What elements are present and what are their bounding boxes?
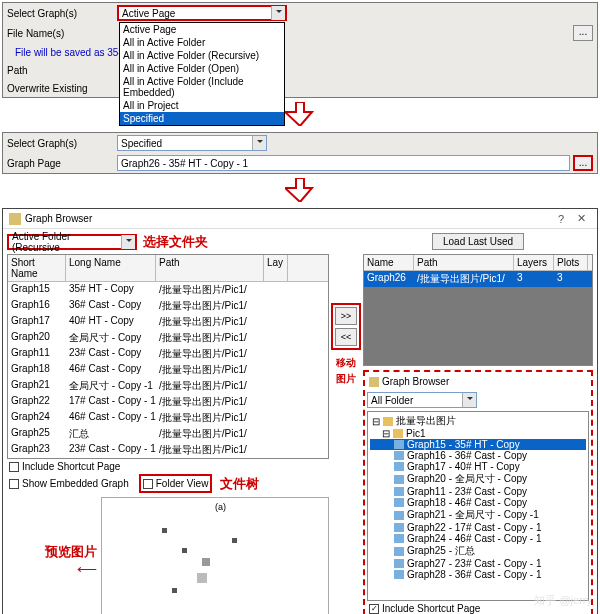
graph-icon: [394, 570, 404, 579]
flow-arrow-icon: [0, 176, 600, 206]
export-settings-panel: Select Graph(s) Active Page Active Page …: [2, 2, 598, 98]
annotation-preview: 预览图片: [7, 543, 97, 561]
chevron-down-icon[interactable]: [271, 6, 285, 20]
tree-item[interactable]: Graph27 - 23# Cast - Copy - 1: [370, 558, 586, 569]
annotation-select-folder: 选择文件夹: [143, 233, 208, 251]
table-row[interactable]: Graph1846# Cast - Copy/批量导出图片/Pic1/: [8, 362, 328, 378]
folder-view-checkbox[interactable]: [143, 479, 153, 489]
tree-item[interactable]: Graph25 - 汇总: [370, 544, 586, 558]
file-names-label: File Name(s): [7, 28, 117, 39]
graph-icon: [394, 511, 404, 520]
table-row[interactable]: Graph2217# Cast - Copy - 1/批量导出图片/Pic1/: [8, 394, 328, 410]
graph-icon: [394, 451, 404, 460]
select-graphs-label: Select Graph(s): [7, 138, 117, 149]
table-row[interactable]: Graph1636# Cast - Copy/批量导出图片/Pic1/: [8, 298, 328, 314]
show-embedded-checkbox[interactable]: [9, 479, 19, 489]
select-graphs-combo[interactable]: Specified: [117, 135, 267, 151]
selected-graphs-table[interactable]: Name Path Layers Plots Graph26/批量导出图片/Pi…: [363, 254, 593, 366]
move-left-button[interactable]: <<: [335, 328, 357, 346]
graph-browser-window: Graph Browser ? ✕ Active Folder (Recursi…: [2, 208, 598, 614]
window-title: Graph Browser: [25, 213, 92, 224]
folder-icon: [393, 429, 403, 438]
folder-view-panel: Graph Browser All Folder ⊟批量导出图片 ⊟Pic1 G…: [363, 370, 593, 614]
graph-icon: [394, 534, 404, 543]
dropdown-option-selected[interactable]: Specified: [120, 112, 284, 125]
help-button[interactable]: ?: [551, 213, 571, 225]
graph-icon: [394, 523, 404, 532]
titlebar: Graph Browser ? ✕: [3, 209, 597, 229]
dropdown-option[interactable]: All in Active Folder (Open): [120, 62, 284, 75]
all-folder-combo[interactable]: All Folder: [367, 392, 477, 408]
tree-item[interactable]: Graph20 - 全局尺寸 - Copy: [370, 472, 586, 486]
tree-item[interactable]: Graph17 - 40# HT - Copy: [370, 461, 586, 472]
table-row[interactable]: Graph2446# Cast - Copy - 1/批量导出图片/Pic1/: [8, 410, 328, 426]
graph-icon: [394, 487, 404, 496]
graph-preview: (a): [101, 497, 329, 614]
overwrite-label: Overwrite Existing: [7, 83, 117, 94]
graph-icon: [394, 498, 404, 507]
dropdown-option[interactable]: All in Active Folder (Recursive): [120, 49, 284, 62]
tree-item[interactable]: Graph15 - 35# HT - Copy: [370, 439, 586, 450]
folder-scope-combo[interactable]: Active Folder (Recursive: [7, 234, 137, 250]
tree-item[interactable]: Graph18 - 46# Cast - Copy: [370, 497, 586, 508]
table-row[interactable]: Graph20全局尺寸 - Copy/批量导出图片/Pic1/: [8, 330, 328, 346]
dropdown-option[interactable]: All in Active Folder: [120, 36, 284, 49]
graph-page-label: Graph Page: [7, 158, 117, 169]
table-header: Short Name Long Name Path Lay: [8, 255, 328, 282]
tree-item[interactable]: Graph22 - 17# Cast - Copy - 1: [370, 522, 586, 533]
app-icon: [9, 213, 21, 225]
dropdown-option[interactable]: All in Project: [120, 99, 284, 112]
tree-item[interactable]: Graph11 - 23# Cast - Copy: [370, 486, 586, 497]
table-row[interactable]: Graph1123# Cast - Copy/批量导出图片/Pic1/: [8, 346, 328, 362]
chevron-down-icon[interactable]: [462, 393, 476, 407]
chevron-down-icon[interactable]: [252, 136, 266, 150]
specified-panel: Select Graph(s) Specified Graph Page Gra…: [2, 132, 598, 174]
graph-page-field[interactable]: Graph26 - 35# HT - Copy - 1: [117, 155, 570, 171]
dropdown-option[interactable]: Active Page: [120, 23, 284, 36]
annotation-file-tree: 文件树: [220, 475, 259, 493]
folder-icon: [383, 417, 393, 426]
load-last-button[interactable]: Load Last Used: [432, 233, 524, 250]
chevron-down-icon[interactable]: [121, 235, 135, 249]
move-right-button[interactable]: >>: [335, 307, 357, 325]
select-graphs-combo[interactable]: Active Page Active Page All in Active Fo…: [117, 5, 287, 21]
table-row[interactable]: Graph21全局尺寸 - Copy -1/批量导出图片/Pic1/: [8, 378, 328, 394]
graph-icon: [394, 462, 404, 471]
include-shortcut-checkbox[interactable]: [9, 462, 19, 472]
watermark: 知乎 @jerry: [534, 593, 592, 608]
tree-item[interactable]: Graph21 - 全局尺寸 - Copy -1: [370, 508, 586, 522]
browse-button[interactable]: ...: [573, 25, 593, 41]
browse-graph-button[interactable]: ...: [573, 155, 593, 171]
select-graphs-label: Select Graph(s): [7, 8, 117, 19]
graph-list-table[interactable]: Short Name Long Name Path Lay Graph1535#…: [7, 254, 329, 459]
select-graphs-dropdown: Active Page All in Active Folder All in …: [119, 22, 285, 126]
table-row[interactable]: Graph1740# HT - Copy/批量导出图片/Pic1/: [8, 314, 328, 330]
dropdown-option[interactable]: All in Active Folder (Include Embedded): [120, 75, 284, 99]
path-label: Path: [7, 65, 117, 76]
tree-item[interactable]: Graph28 - 36# Cast - Copy - 1: [370, 569, 586, 580]
graph-icon: [394, 440, 404, 449]
graph-icon: [394, 559, 404, 568]
table-row[interactable]: Graph2323# Cast - Copy - 1/批量导出图片/Pic1/: [8, 442, 328, 458]
graph-icon: [394, 475, 404, 484]
app-icon: [369, 377, 379, 387]
arrow-icon: ⟵: [7, 561, 97, 577]
table-row[interactable]: Graph25汇总/批量导出图片/Pic1/: [8, 426, 328, 442]
table-row[interactable]: Graph1535# HT - Copy/批量导出图片/Pic1/: [8, 282, 328, 298]
folder-tree[interactable]: ⊟批量导出图片 ⊟Pic1 Graph15 - 35# HT - CopyGra…: [367, 411, 589, 601]
flow-arrow-icon: [0, 100, 600, 130]
graph-icon: [394, 547, 404, 556]
annotation-move: 移动图片: [336, 354, 356, 386]
close-button[interactable]: ✕: [571, 212, 591, 225]
include-shortcut-checkbox-2[interactable]: ✓: [369, 604, 379, 614]
table-row[interactable]: Graph26/批量导出图片/Pic1/33: [364, 271, 592, 287]
tree-item[interactable]: Graph24 - 46# Cast - Copy - 1: [370, 533, 586, 544]
tree-item[interactable]: Graph16 - 36# Cast - Copy: [370, 450, 586, 461]
